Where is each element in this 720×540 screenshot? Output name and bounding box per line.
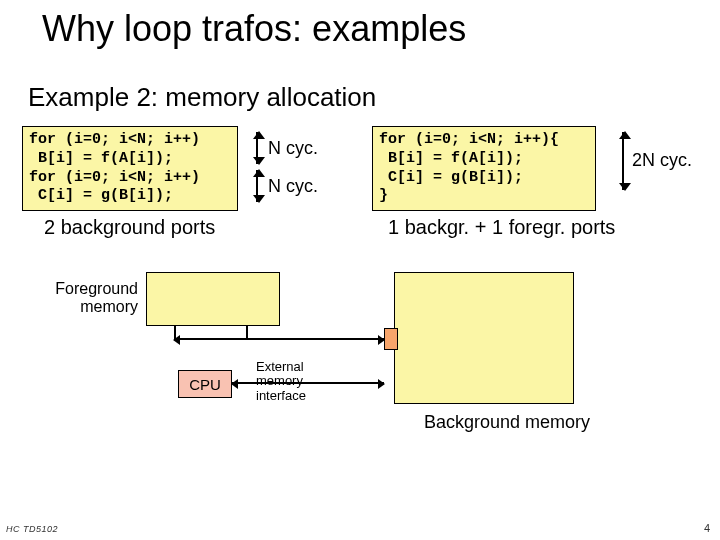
slide-subtitle: Example 2: memory allocation — [28, 82, 376, 113]
external-memory-interface-label: External memory interface — [256, 360, 336, 403]
code-block-right: for (i=0; i<N; i++){ B[i] = f(A[i]); C[i… — [372, 126, 596, 211]
arrow-ncyc-2 — [256, 170, 258, 202]
fg-label-line1: Foreground — [55, 280, 138, 297]
arrow-ncyc-1 — [256, 132, 258, 164]
ext-label-line3: interface — [256, 388, 306, 403]
label-2ncyc: 2N cyc. — [632, 150, 692, 171]
ext-label-line2: memory — [256, 373, 303, 388]
background-memory-box — [394, 272, 574, 404]
page-number: 4 — [704, 522, 710, 534]
memory-interface-block — [384, 328, 398, 350]
label-ncyc-1: N cyc. — [268, 138, 318, 159]
code-block-left: for (i=0; i<N; i++) B[i] = f(A[i]); for … — [22, 126, 238, 211]
foreground-memory-box — [146, 272, 280, 326]
background-memory-label: Background memory — [424, 412, 590, 433]
connector-fg-to-interface — [174, 338, 384, 340]
slide-title: Why loop trafos: examples — [42, 8, 466, 50]
caption-right: 1 backgr. + 1 foregr. ports — [388, 216, 615, 239]
fg-label-line2: memory — [80, 298, 138, 315]
footer-left: HC TD5102 — [6, 524, 58, 534]
caption-left: 2 background ports — [44, 216, 215, 239]
arrow-2ncyc — [622, 132, 624, 190]
ext-label-line1: External — [256, 359, 304, 374]
label-ncyc-2: N cyc. — [268, 176, 318, 197]
cpu-box: CPU — [178, 370, 232, 398]
foreground-memory-label: Foreground memory — [40, 280, 138, 317]
